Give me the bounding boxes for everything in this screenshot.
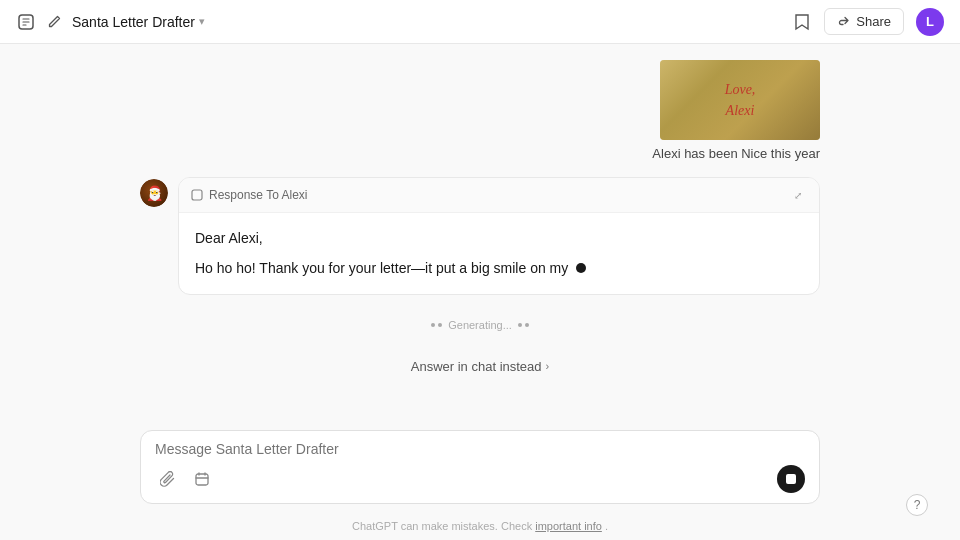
edit-icon[interactable] xyxy=(44,12,64,32)
svg-rect-2 xyxy=(196,474,208,485)
user-caption: Alexi has been Nice this year xyxy=(652,146,820,161)
letter-line1: Love, xyxy=(725,79,756,100)
generating-dots xyxy=(431,323,442,327)
header-right: Share L xyxy=(792,8,944,36)
share-button[interactable]: Share xyxy=(824,8,904,35)
calendar-button[interactable] xyxy=(189,466,215,492)
app-header: Santa Letter Drafter ▾ Share L xyxy=(0,0,960,44)
app-title[interactable]: Santa Letter Drafter ▾ xyxy=(72,14,205,30)
input-icons xyxy=(155,466,215,492)
answer-in-chat-row: Answer in chat instead › xyxy=(140,355,820,382)
attachment-button[interactable] xyxy=(155,466,181,492)
svg-rect-1 xyxy=(192,190,202,200)
input-box xyxy=(140,430,820,504)
new-chat-icon[interactable] xyxy=(16,12,36,32)
assistant-avatar: 🎅 xyxy=(140,179,168,207)
letter-image: Love, Alexi xyxy=(660,60,820,140)
bubble-header: Response To Alexi ⤢ xyxy=(179,178,819,213)
answer-in-chat-link[interactable]: Answer in chat instead › xyxy=(411,359,549,374)
bubble-text: Dear Alexi, Ho ho ho! Thank you for your… xyxy=(195,227,803,280)
footer: ChatGPT can make mistakes. Check importa… xyxy=(0,516,960,540)
title-chevron-icon: ▾ xyxy=(199,15,205,28)
expand-icon[interactable]: ⤢ xyxy=(789,186,807,204)
assistant-message: 🎅 Response To Alexi ⤢ xyxy=(140,177,820,295)
generating-indicator: Generating... xyxy=(140,311,820,339)
input-actions xyxy=(155,465,805,493)
important-info-link[interactable]: important info xyxy=(535,520,602,532)
main-content: Love, Alexi Alexi has been Nice this yea… xyxy=(0,44,960,540)
message-input[interactable] xyxy=(155,441,805,457)
bookmark-icon[interactable] xyxy=(792,12,812,32)
assistant-avatar-img: 🎅 xyxy=(140,179,168,207)
bubble-content: Dear Alexi, Ho ho ho! Thank you for your… xyxy=(179,213,819,294)
header-left: Santa Letter Drafter ▾ xyxy=(16,12,205,32)
user-message: Love, Alexi Alexi has been Nice this yea… xyxy=(140,60,820,161)
generating-dots-right xyxy=(518,323,529,327)
stop-button[interactable] xyxy=(777,465,805,493)
letter-line2: Alexi xyxy=(725,100,756,121)
generating-text: Generating... xyxy=(448,319,512,331)
assistant-bubble: Response To Alexi ⤢ Dear Alexi, Ho ho ho… xyxy=(178,177,820,295)
help-button[interactable]: ? xyxy=(906,494,928,516)
chat-area: Love, Alexi Alexi has been Nice this yea… xyxy=(0,44,960,422)
stop-icon xyxy=(786,474,796,484)
ellipsis-dot xyxy=(576,263,586,273)
input-area xyxy=(0,422,960,516)
answer-chevron-icon: › xyxy=(546,360,550,372)
avatar[interactable]: L xyxy=(916,8,944,36)
chat-content: Love, Alexi Alexi has been Nice this yea… xyxy=(140,60,820,382)
bubble-title: Response To Alexi xyxy=(191,188,308,202)
